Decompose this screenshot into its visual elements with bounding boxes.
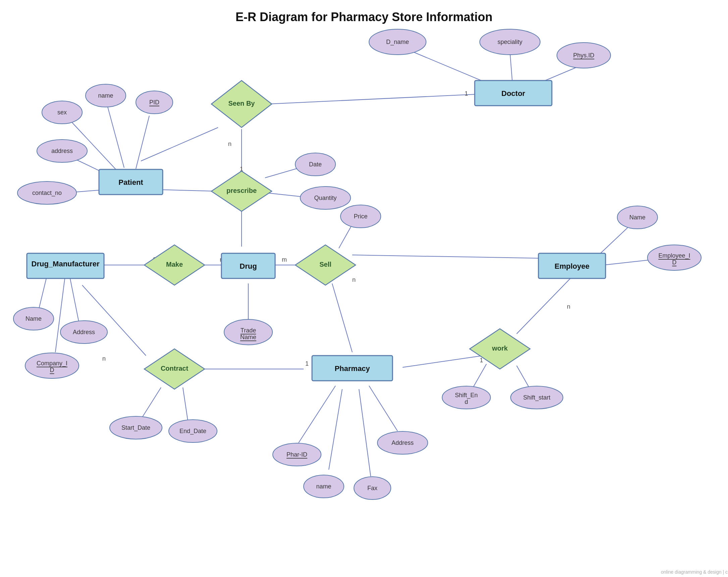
entity-drug-manufacturer-label: Drug_Manufacturer [31,260,100,268]
svg-line-37 [69,272,79,322]
svg-line-6 [107,106,124,168]
attr-sex-label: sex [57,109,67,116]
relation-contract-label: Contract [161,365,188,372]
card-sell-m: m [282,256,287,263]
attr-price-label: Price [354,213,367,220]
relation-prescribe-label: prescribe [227,187,257,194]
attr-company-id-label2: D [50,367,54,373]
attr-mfr-name-label: Name [26,315,42,322]
svg-line-3 [268,94,483,104]
svg-line-10 [154,189,216,191]
attr-phar-address-label: Address [391,440,414,446]
svg-line-28 [82,285,146,356]
svg-line-4 [141,128,218,161]
attr-start-date-label: Start_Date [122,424,150,431]
svg-line-35 [359,389,371,476]
attr-d-name-label: D_name [386,38,409,46]
card-contract-pharm-1: 1 [305,360,309,367]
attr-fax-label: Fax [367,485,378,492]
svg-line-7 [136,116,149,169]
card-sell-pharm-n: n [352,277,356,283]
entity-doctor-label: Doctor [501,89,525,98]
relation-work-label: work [492,344,508,352]
card-seen-by-n: n [228,140,232,147]
diagram-container: E-R Diagram for Pharmacy Store Informati… [0,0,728,577]
svg-line-22 [600,225,631,253]
attr-trade-name-label2: Name [240,334,256,341]
svg-line-30 [141,388,161,419]
attr-phar-id-label: Phar-ID [286,451,307,458]
attr-shift-end-label1: Shift_En [455,392,478,399]
attr-contact-no-label: contact_no [32,189,62,196]
entity-patient-label: Patient [119,178,143,186]
attr-trade-name-label: Trade [240,327,256,334]
card-seen-by-1: 1 [465,90,468,97]
relation-make-label: Make [166,261,183,268]
card-contract-mfr-n: n [102,355,106,362]
svg-line-19 [332,284,352,352]
attr-phys-id-label: Phys.ID [573,52,594,59]
svg-line-26 [473,364,487,388]
attr-end-date-label: End_Date [180,428,206,435]
svg-line-34 [329,389,342,470]
attr-patient-address-label: address [51,148,73,154]
svg-line-32 [298,386,336,443]
entity-drug-label: Drug [239,262,257,270]
attr-date-label: Date [309,161,322,168]
svg-line-31 [183,388,188,421]
attr-company-id-label1: Company_I [36,360,68,367]
svg-line-38 [55,273,66,352]
svg-line-25 [402,356,483,367]
attr-speciality-label: speciality [497,38,522,45]
watermark: online diagramming & design | creately.c… [661,569,728,575]
svg-line-18 [352,255,544,258]
svg-line-33 [369,386,397,431]
attr-quantity-label: Quantity [314,194,337,201]
er-diagram-svg: 1 n 1 1 1 n m n n 1 n 1 n Doctor Patient… [0,0,728,577]
card-work-emp-n: n [567,303,570,310]
relation-seen-by-label: Seen By [229,100,255,107]
attr-patient-name-label: name [98,92,113,99]
attr-employee-id-label2: D [672,259,677,266]
attr-emp-name-label: Name [629,214,646,221]
attr-shift-end-label2: d [465,398,468,405]
attr-employee-id-label1: Employee_I [658,252,690,259]
attr-shift-start-label: Shift_start [523,394,550,401]
attr-mfr-address-label: Address [73,329,95,336]
attr-phar-name-label: name [316,483,331,490]
relation-sell-label: Sell [319,261,332,268]
svg-line-24 [517,279,570,334]
attr-pid-label: PID [149,99,159,106]
svg-line-27 [517,366,530,389]
entity-pharmacy-label: Pharmacy [335,364,370,373]
entity-employee-label: Employee [554,262,590,270]
